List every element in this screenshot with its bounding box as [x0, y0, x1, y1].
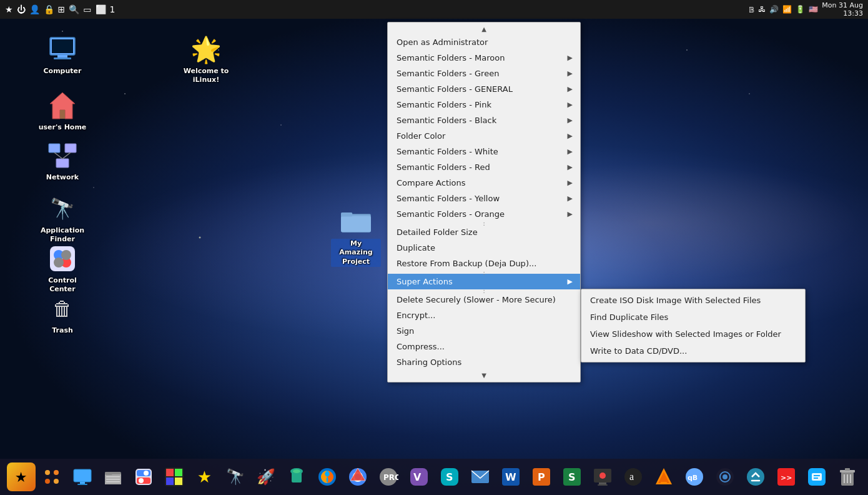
power-icon[interactable]: ⏻ — [17, 4, 26, 14]
dock-sheets[interactable]: S — [558, 462, 586, 491]
dock-logician[interactable]: PRO — [374, 462, 403, 491]
dock-mail[interactable] — [466, 462, 495, 491]
svg-point-13 — [54, 250, 64, 260]
dock-word[interactable]: W — [496, 462, 525, 491]
user-icon[interactable]: 👤 — [29, 4, 40, 14]
svg-rect-19 — [341, 216, 371, 232]
submenu-write-dvd[interactable]: Write to Data CD/DVD... — [581, 342, 805, 359]
svg-rect-68 — [598, 484, 608, 486]
grid-icon[interactable]: ⊞ — [58, 4, 66, 14]
dock-whiskermenu[interactable]: ★ — [7, 462, 36, 491]
lock-icon[interactable]: 🔒 — [44, 4, 54, 14]
star-icon[interactable]: ★ — [5, 4, 13, 14]
dock-colors[interactable] — [160, 462, 189, 491]
desktop-icon-home[interactable]: user's Home — [37, 91, 87, 132]
svg-rect-40 — [166, 469, 174, 476]
volume-icon[interactable]: 🔊 — [769, 5, 779, 14]
dock-anydesk[interactable]: >> — [772, 462, 801, 491]
flag-icon[interactable]: 🇺🇸 — [809, 5, 818, 14]
menu-compress[interactable]: Compress... — [388, 339, 580, 354]
menu-sem-black[interactable]: Semantic Folders - Black ▶ — [388, 112, 580, 128]
dock-chrome[interactable] — [343, 462, 372, 491]
svg-rect-30 — [105, 472, 112, 475]
menu-scroll-up[interactable]: ▲ — [388, 24, 580, 34]
svg-rect-43 — [175, 478, 182, 485]
menu-sem-pink[interactable]: Semantic Folders - Pink ▶ — [388, 97, 580, 112]
dock-rocket[interactable]: 🚀 — [252, 462, 280, 491]
dock-applauncher[interactable] — [37, 462, 66, 491]
svg-rect-33 — [106, 481, 120, 482]
desktop-icon-welcome[interactable]: 🌟 Welcome to iLinux! — [181, 34, 231, 85]
submenu-arrow: ▶ — [568, 132, 573, 140]
svg-point-66 — [599, 472, 606, 479]
bluetooth-icon[interactable]: 𝔹 — [749, 5, 755, 14]
menu-sem-green[interactable]: Semantic Folders - Green ▶ — [388, 66, 580, 81]
controlcenter-label: Control Center — [37, 276, 87, 294]
window-icon[interactable]: ▭ — [83, 4, 91, 14]
menu-sem-general[interactable]: Semantic Folders - GENERAL ▶ — [388, 81, 580, 97]
dock-trash-dock[interactable] — [833, 462, 862, 491]
dock-presentation[interactable]: P — [527, 462, 556, 491]
desktop-icon-controlcenter[interactable]: Control Center — [37, 244, 87, 294]
top-bar-left: ★ ⏻ 👤 🔒 ⊞ 🔍 ▭ ⬜ 1 — [5, 4, 115, 14]
dock-favorites[interactable]: ★ — [190, 462, 219, 491]
menu-scroll-down[interactable]: ▼ — [388, 370, 580, 381]
svg-rect-67 — [599, 482, 606, 484]
welcome-icon: 🌟 — [191, 34, 221, 64]
dock-greenbin[interactable] — [282, 462, 311, 491]
menu-sharing[interactable]: Sharing Options — [388, 354, 580, 370]
svg-point-78 — [723, 474, 727, 479]
svg-rect-25 — [74, 469, 91, 482]
svg-rect-73 — [661, 482, 667, 484]
svg-point-21 — [45, 470, 50, 475]
submenu-arrow: ▶ — [568, 163, 573, 171]
menu-open-admin[interactable]: Open as Administrator — [388, 34, 580, 50]
signal-icon[interactable]: 📶 — [782, 5, 792, 14]
submenu-create-iso[interactable]: Create ISO Disk Image With Selected File… — [581, 292, 805, 309]
menu-sem-maroon[interactable]: Semantic Folders - Maroon ▶ — [388, 50, 580, 66]
battery-icon[interactable]: 🔋 — [796, 5, 805, 14]
svg-point-15 — [61, 250, 71, 260]
dock-firefox[interactable] — [313, 462, 342, 491]
dock-backup[interactable] — [741, 462, 770, 491]
workspace-number: 1 — [110, 4, 116, 14]
dock-binoculars[interactable]: 🔭 — [221, 462, 250, 491]
desktop-icon-appfinder[interactable]: 🔭 Application Finder — [37, 194, 87, 244]
menu-sem-yellow[interactable]: Semantic Folders - Yellow ▶ — [388, 191, 580, 206]
menu-folder-color[interactable]: Folder Color ▶ — [388, 128, 580, 144]
menu-sem-red[interactable]: Semantic Folders - Red ▶ — [388, 159, 580, 175]
desktop-icon-computer[interactable]: Computer — [37, 34, 87, 76]
submenu-arrow-active: ▶ — [568, 278, 573, 286]
submenu-arrow: ▶ — [568, 101, 573, 109]
dock-skype[interactable]: S — [435, 462, 464, 491]
dock-vlc[interactable] — [649, 462, 678, 491]
submenu-find-duplicate[interactable]: Find Duplicate Files — [581, 309, 805, 326]
menu-sign[interactable]: Sign — [388, 323, 580, 339]
desktop-icon-network[interactable]: Network — [37, 141, 87, 182]
dock-teamviewer[interactable] — [802, 462, 831, 491]
dock-viber[interactable]: V — [405, 462, 433, 491]
dock-steam[interactable] — [711, 462, 739, 491]
svg-rect-32 — [106, 479, 120, 480]
dock-amazon[interactable]: a — [619, 462, 648, 491]
menu-duplicate[interactable]: Duplicate — [388, 240, 580, 256]
dock-screenrecorder[interactable] — [588, 462, 617, 491]
desktop-icon-myproject[interactable]: My Amazing Project — [331, 206, 381, 267]
network-icon[interactable]: 🖧 — [758, 5, 766, 14]
dock-qbittorrent[interactable]: qB — [680, 462, 709, 491]
top-bar-right: 𝔹 🖧 🔊 📶 🔋 🇺🇸 Mon 31 Aug 13:33 — [749, 1, 863, 18]
datetime: Mon 31 Aug 13:33 — [822, 1, 863, 18]
menu-compare-actions[interactable]: Compare Actions ▶ — [388, 175, 580, 191]
desktop-icon-trash[interactable]: 🗑 Trash — [37, 294, 87, 335]
trash-label: Trash — [52, 326, 73, 335]
search-icon[interactable]: 🔍 — [69, 4, 79, 14]
svg-rect-1 — [50, 38, 75, 55]
menu-sem-white[interactable]: Semantic Folders - White ▶ — [388, 144, 580, 159]
menu-encrypt[interactable]: Encrypt... — [388, 308, 580, 323]
dock-filemanager[interactable] — [99, 462, 127, 491]
dock-showdesktop[interactable] — [68, 462, 97, 491]
submenu-view-slideshow[interactable]: View Slideshow with Selected Images or F… — [581, 326, 805, 342]
svg-rect-85 — [814, 478, 818, 479]
square-icon[interactable]: ⬜ — [96, 4, 106, 14]
dock-settings[interactable] — [129, 462, 158, 491]
